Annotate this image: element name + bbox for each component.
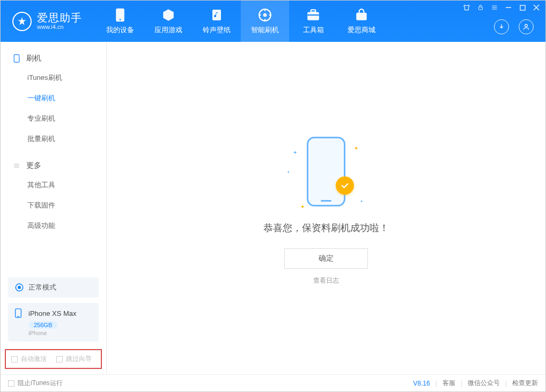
close-icon[interactable] [533,4,540,11]
maximize-icon[interactable] [519,4,526,11]
nav-label: 我的设备 [106,25,134,35]
sidebar-group-label: 刷机 [26,54,41,63]
device-icon [14,308,24,318]
nav-ringtone[interactable]: 铃声壁纸 [193,1,241,42]
svg-rect-2 [212,10,221,20]
mode-icon [14,283,24,292]
nav-label: 爱思商城 [348,25,375,35]
svg-rect-12 [14,55,19,62]
nav-label: 工具箱 [303,25,324,35]
view-log-link[interactable]: 查看日志 [313,276,339,285]
svg-point-3 [263,13,267,17]
device-type: iPhone [28,330,92,336]
apps-icon [161,8,175,22]
nav-toolbox[interactable]: 工具箱 [289,1,337,42]
sidebar: 刷机 iTunes刷机 一键刷机 专业刷机 批量刷机 更多 其他工具 下载固件 … [1,42,107,374]
status-bar: 阻止iTunes运行 V8.16 | 客服 | 微信公众号 | 检查更新 [1,374,545,391]
logo-icon [12,12,32,31]
checkbox-icon [11,356,18,363]
support-link[interactable]: 客服 [442,379,455,388]
main-panel: ✦•✦•✦ 恭喜您，保资料刷机成功啦！ 确定 查看日志 [107,42,545,374]
nav-flash[interactable]: 智能刷机 [241,1,289,42]
sidebar-group-more: 更多 [1,157,106,175]
sidebar-item-download-fw[interactable]: 下载固件 [1,195,106,216]
main-nav: 我的设备 应用游戏 铃声壁纸 智能刷机 工具箱 爱思商城 [96,1,386,42]
svg-rect-6 [307,14,319,15]
checkbox-label: 跳过向导 [66,354,92,364]
nav-label: 智能刷机 [251,25,279,35]
flash-icon [258,8,272,22]
device-icon [113,8,127,22]
sidebar-group-flash: 刷机 [1,49,106,68]
nav-my-device[interactable]: 我的设备 [96,1,144,42]
list-icon [12,161,21,170]
svg-rect-4 [307,12,319,20]
checkbox-icon [56,356,63,363]
sidebar-group-label: 更多 [26,161,41,171]
app-url: www.i4.cn [37,24,82,30]
sidebar-item-itunes-flash[interactable]: iTunes刷机 [1,68,106,88]
version-label: V8.16 [413,380,430,387]
lock-icon[interactable] [477,4,484,11]
svg-point-1 [120,19,121,20]
device-capacity: 256GB [28,321,57,329]
check-badge-icon [336,176,354,195]
app-logo: 爱思助手 www.i4.cn [1,12,92,31]
success-message: 恭喜您，保资料刷机成功啦！ [263,221,389,234]
svg-rect-7 [356,12,367,20]
mode-card[interactable]: 正常模式 [8,277,99,298]
header-actions [494,19,534,34]
svg-rect-10 [520,5,525,10]
phone-outline-icon [12,54,21,63]
window-controls [463,4,540,11]
checkbox-auto-activate[interactable]: 自动激活 [11,354,47,364]
svg-rect-5 [311,10,316,12]
toolbox-icon [306,8,320,22]
header-bar: 爱思助手 www.i4.cn 我的设备 应用游戏 铃声壁纸 智能刷机 工具箱 爱… [1,1,545,42]
tshirt-icon[interactable] [463,4,470,11]
svg-point-14 [18,286,21,289]
highlighted-options: 自动激活 跳过向导 [5,349,102,369]
nav-label: 应用游戏 [154,25,182,35]
device-name: iPhone XS Max [28,309,77,317]
ringtone-icon [210,8,224,22]
nav-apps[interactable]: 应用游戏 [144,1,193,42]
checkbox-label: 阻止iTunes运行 [18,379,63,388]
sidebar-item-advanced[interactable]: 高级功能 [1,216,106,236]
menu-icon[interactable] [491,4,498,11]
sidebar-item-batch-flash[interactable]: 批量刷机 [1,129,106,149]
nav-label: 铃声壁纸 [203,25,231,35]
wechat-link[interactable]: 微信公众号 [468,379,500,388]
user-button[interactable] [519,19,534,34]
check-update-link[interactable]: 检查更新 [512,379,538,388]
mode-label: 正常模式 [28,283,56,292]
sidebar-item-other-tools[interactable]: 其他工具 [1,175,106,195]
checkbox-block-itunes[interactable]: 阻止iTunes运行 [8,379,63,388]
sidebar-item-onekey-flash[interactable]: 一键刷机 [1,88,106,108]
phone-frame-icon [307,137,345,206]
svg-point-11 [525,24,528,27]
ok-button[interactable]: 确定 [284,248,368,269]
app-title: 爱思助手 [37,12,82,24]
checkbox-label: 自动激活 [21,354,47,364]
success-illustration: ✦•✦•✦ [278,131,374,212]
device-card[interactable]: iPhone XS Max 256GB iPhone [8,303,99,342]
checkbox-icon [8,380,14,387]
minimize-icon[interactable] [505,4,512,11]
download-button[interactable] [494,19,509,34]
svg-rect-8 [479,7,483,10]
sidebar-item-pro-flash[interactable]: 专业刷机 [1,108,106,129]
checkbox-skip-guide[interactable]: 跳过向导 [56,354,92,364]
nav-store[interactable]: 爱思商城 [337,1,386,42]
store-icon [355,8,368,22]
